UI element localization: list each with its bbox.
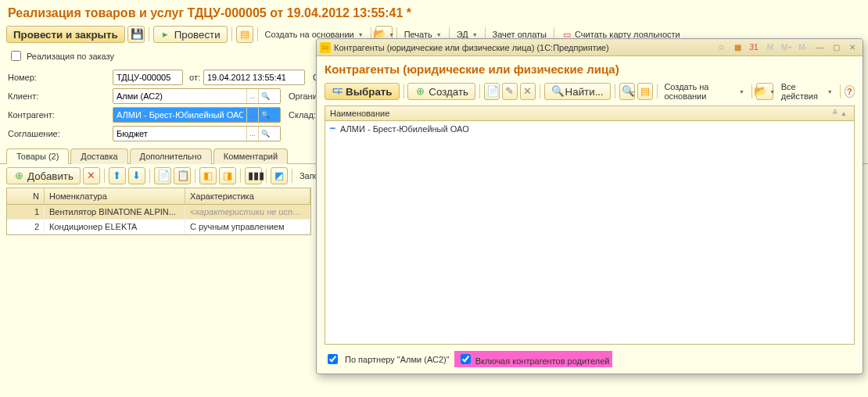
separator [657, 84, 658, 98]
extra-icon[interactable]: ◩ [271, 167, 288, 184]
select-button[interactable]: ⮓ Выбрать [325, 83, 400, 100]
list-body: ━ АЛМИ - Брест-Юбилейный ОАО [325, 121, 854, 344]
table-row[interactable]: 2 Кондиционер ELEKTA С ручным управление… [7, 220, 310, 234]
separator [257, 27, 258, 41]
by-order-checkbox[interactable] [11, 51, 21, 61]
post-button[interactable]: ▸ Провести [153, 26, 228, 43]
calc-icon[interactable]: ▦ [730, 41, 744, 54]
client-label: Клиент: [8, 91, 109, 101]
tab-comment[interactable]: Комментарий [213, 148, 288, 164]
client-field[interactable]: ... 🔍 [113, 88, 281, 104]
select-button[interactable]: ... [246, 108, 258, 122]
scroll-up-icon[interactable]: ▲ [838, 109, 849, 118]
paste-icon[interactable]: 📋 [174, 167, 191, 184]
sort-icon[interactable]: ≛ [832, 109, 838, 118]
post-and-close-button[interactable]: Провести и закрыть [6, 26, 125, 43]
client-input[interactable] [113, 89, 246, 103]
save-icon[interactable]: 💾 [127, 26, 145, 43]
cell-char: С ручным управлением [185, 220, 310, 234]
find-button[interactable]: 🔍 Найти... [544, 83, 611, 100]
separator [240, 169, 241, 183]
m-button[interactable]: M [763, 41, 777, 54]
col-char[interactable]: Характеристика [185, 188, 310, 204]
delete-icon[interactable]: ✕ [520, 83, 536, 100]
agreement-field[interactable]: ... 🔍 [113, 126, 281, 141]
select-label: Выбрать [346, 86, 393, 98]
cell-char: <характеристики не использу... [185, 205, 310, 219]
item-icon: ━ [330, 123, 335, 134]
from-label: от: [189, 73, 200, 82]
col-name[interactable]: Номенклатура [45, 188, 185, 204]
copy-icon[interactable]: 📄 [154, 167, 171, 184]
list-icon[interactable]: ▤ [637, 83, 653, 100]
window-controls: ☆ ▦ 31 M M+ M- — ▢ ✕ [714, 41, 859, 54]
separator [404, 84, 404, 98]
separator [149, 27, 149, 41]
by-partner-checkbox[interactable] [328, 354, 338, 364]
plus-icon: ⊕ [414, 86, 425, 97]
separator [266, 169, 267, 183]
contragent-label: Контрагент: [8, 110, 109, 120]
open-icon[interactable]: 🔍 [258, 108, 272, 122]
number-label: Номер: [8, 73, 109, 82]
number-field[interactable] [113, 70, 183, 85]
select-button[interactable]: ... [246, 89, 258, 103]
delete-icon[interactable]: ✕ [83, 167, 100, 184]
all-actions-menu[interactable]: Все действия ▼ [778, 80, 836, 102]
move-up-icon[interactable]: ⬆ [109, 167, 126, 184]
action-icon[interactable]: ◧ [199, 167, 217, 184]
help-icon[interactable]: ? [845, 85, 855, 98]
agreement-input[interactable] [113, 127, 246, 141]
move-down-icon[interactable]: ⬇ [128, 167, 145, 184]
mminus-button[interactable]: M- [796, 41, 810, 54]
incl-parents-checkbox[interactable] [461, 354, 471, 364]
dialog-title: Контрагенты (юридические или физические … [334, 43, 609, 52]
list-header[interactable]: Наименование ≛ ▲ [325, 106, 854, 121]
action-icon[interactable]: ◨ [219, 167, 236, 184]
dialog-titlebar[interactable]: 1c Контрагенты (юридические или физическ… [317, 39, 863, 56]
calendar-icon[interactable]: 31 [747, 41, 761, 54]
list-item[interactable]: ━ АЛМИ - Брест-Юбилейный ОАО [325, 121, 854, 136]
folder-icon[interactable]: 📂▼ [756, 83, 773, 100]
contragent-input[interactable] [113, 108, 246, 122]
create-label: Создать [429, 86, 468, 98]
separator [292, 169, 292, 183]
col-n[interactable]: N [7, 188, 45, 204]
create-based-menu[interactable]: Создать на основании ▼ [661, 80, 748, 102]
list-header-label: Наименование [330, 109, 389, 118]
date-input[interactable] [204, 70, 318, 84]
cell-n: 1 [7, 205, 45, 219]
mplus-button[interactable]: M+ [780, 41, 794, 54]
add-button[interactable]: ⊕ Добавить [6, 167, 81, 184]
open-icon[interactable]: 🔍 [258, 89, 272, 103]
edit-icon[interactable]: ✎ [502, 83, 518, 100]
close-icon[interactable]: ✕ [845, 41, 859, 54]
tab-delivery[interactable]: Доставка [70, 148, 127, 164]
select-arrow-icon: ⮓ [332, 86, 343, 97]
warehouse-label: Склад: [289, 110, 316, 120]
separator [104, 169, 105, 183]
select-button[interactable]: ... [246, 127, 258, 141]
separator [149, 169, 150, 183]
cell-name: Вентилятор BINATONE ALPIN... [45, 205, 185, 219]
separator [195, 169, 195, 183]
barcode-icon[interactable]: ▮▮▮ [245, 167, 262, 184]
tab-goods[interactable]: Товары (2) [6, 148, 69, 164]
tab-additional[interactable]: Дополнительно [130, 148, 212, 164]
copy-icon[interactable]: 📄 [484, 83, 500, 100]
clear-find-icon[interactable]: 🔍̶ [619, 83, 635, 100]
all-actions-label: Все действия [781, 82, 823, 101]
minimize-icon[interactable]: — [812, 41, 827, 54]
separator [840, 84, 841, 98]
chevron-down-icon: ▼ [358, 32, 364, 38]
maximize-icon[interactable]: ▢ [829, 41, 843, 54]
contragent-field[interactable]: ... 🔍 [113, 107, 281, 123]
star-icon[interactable]: ☆ [714, 41, 728, 54]
open-icon[interactable]: 🔍 [258, 127, 272, 141]
chevron-down-icon: ▼ [739, 89, 744, 95]
separator [479, 84, 480, 98]
date-field[interactable]: 📅 [203, 70, 305, 85]
table-row[interactable]: 1 Вентилятор BINATONE ALPIN... <характер… [7, 205, 310, 220]
report-icon[interactable]: ▤ [236, 26, 253, 43]
create-button[interactable]: ⊕ Создать [407, 83, 475, 100]
